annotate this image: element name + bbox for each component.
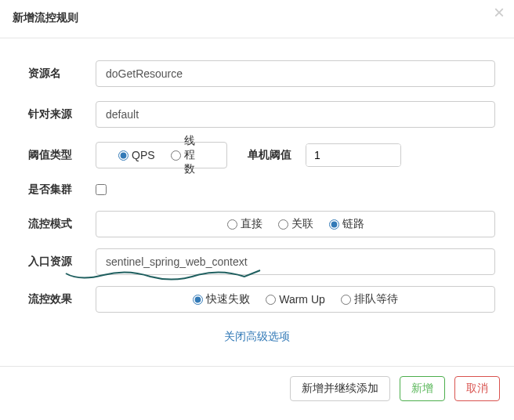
advanced-link-row: 关闭高级选项 <box>19 330 495 344</box>
add-button[interactable]: 新增 <box>400 376 445 401</box>
radio-warm-input[interactable] <box>266 295 276 305</box>
modal-body: 资源名 针对来源 阈值类型 QPS 线程数 单机阈值 <box>0 38 514 367</box>
radio-warm[interactable]: Warm Up <box>266 293 325 306</box>
radio-thread-input[interactable] <box>171 150 181 161</box>
radio-queue[interactable]: 排队等待 <box>341 292 398 306</box>
radio-fast-input[interactable] <box>193 295 203 305</box>
row-effect: 流控效果 快速失败 Warm Up 排队等待 <box>28 286 495 313</box>
radio-direct-label: 直接 <box>241 217 262 231</box>
radio-thread-label: 线程数 <box>184 134 205 176</box>
radio-relate-input[interactable] <box>278 219 288 230</box>
mode-group: 直接 关联 链路 <box>96 211 495 237</box>
entry-input[interactable] <box>96 248 495 275</box>
radio-warm-label: Warm Up <box>279 293 325 306</box>
modal-footer: 新增并继续添加 新增 取消 <box>0 367 514 412</box>
label-effect: 流控效果 <box>28 292 96 306</box>
radio-fast-label: 快速失败 <box>206 292 250 306</box>
source-input[interactable] <box>96 101 495 128</box>
row-mode: 流控模式 直接 关联 链路 <box>28 211 495 237</box>
radio-direct-input[interactable] <box>227 219 237 230</box>
radio-chain-input[interactable] <box>329 219 339 230</box>
label-mode: 流控模式 <box>28 217 96 231</box>
label-threshold-type: 阈值类型 <box>28 148 96 162</box>
label-entry: 入口资源 <box>28 255 96 269</box>
row-threshold-type: 阈值类型 QPS 线程数 单机阈值 ▲ ▼ <box>28 142 495 168</box>
radio-qps[interactable]: QPS <box>118 149 155 161</box>
cluster-checkbox[interactable] <box>96 184 107 195</box>
radio-chain[interactable]: 链路 <box>329 217 364 231</box>
radio-relate-label: 关联 <box>291 217 313 231</box>
resource-input[interactable] <box>96 60 495 87</box>
flow-rule-modal: 新增流控规则 × 资源名 针对来源 阈值类型 QPS 线程数 <box>0 0 514 412</box>
effect-group: 快速失败 Warm Up 排队等待 <box>96 286 495 313</box>
label-single-threshold: 单机阈值 <box>248 148 291 162</box>
label-resource: 资源名 <box>28 67 96 81</box>
radio-qps-input[interactable] <box>118 150 128 161</box>
add-continue-button[interactable]: 新增并继续添加 <box>290 376 390 401</box>
radio-direct[interactable]: 直接 <box>227 217 262 231</box>
label-cluster: 是否集群 <box>28 183 96 197</box>
modal-title: 新增流控规则 <box>13 11 78 24</box>
cancel-button[interactable]: 取消 <box>454 376 500 401</box>
single-threshold-input[interactable]: ▲ ▼ <box>306 143 401 167</box>
radio-qps-label: QPS <box>132 149 155 161</box>
radio-chain-label: 链路 <box>342 217 364 231</box>
modal-header: 新增流控规则 × <box>0 0 514 30</box>
radio-relate[interactable]: 关联 <box>278 217 313 231</box>
label-source: 针对来源 <box>28 107 96 121</box>
single-threshold-field[interactable] <box>306 144 401 166</box>
radio-queue-label: 排队等待 <box>354 292 398 306</box>
row-resource: 资源名 <box>28 60 495 87</box>
radio-thread[interactable]: 线程数 <box>171 134 205 176</box>
close-icon[interactable]: × <box>494 3 505 22</box>
threshold-type-group: QPS 线程数 <box>96 142 227 168</box>
radio-queue-input[interactable] <box>341 295 351 305</box>
radio-fast[interactable]: 快速失败 <box>193 292 250 306</box>
row-entry: 入口资源 <box>28 248 495 275</box>
row-cluster: 是否集群 <box>28 183 495 197</box>
toggle-advanced-link[interactable]: 关闭高级选项 <box>224 330 290 342</box>
row-source: 针对来源 <box>28 101 495 128</box>
